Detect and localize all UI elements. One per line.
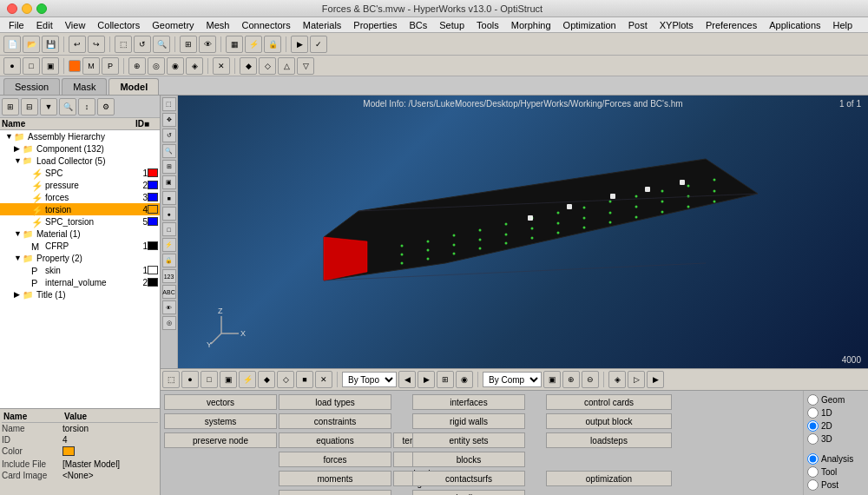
geom-radio-item[interactable]: Geom xyxy=(807,394,865,406)
expander-loadcol[interactable]: ▼ xyxy=(14,156,23,165)
search-button[interactable]: 🔍 xyxy=(59,98,76,116)
topo-select[interactable]: By Topo xyxy=(342,372,397,387)
tree-forces[interactable]: ⚡ forces 3 xyxy=(0,191,160,203)
vp-fit[interactable]: ⊞ xyxy=(437,371,454,388)
bodies-button[interactable]: bodies xyxy=(412,490,525,495)
iso-button[interactable]: ◆ xyxy=(240,57,257,75)
2d-radio[interactable] xyxy=(807,420,819,432)
systems-button[interactable]: systems xyxy=(164,413,277,429)
menu-item-preferences[interactable]: Preferences xyxy=(700,19,762,31)
load-types-button[interactable]: load types xyxy=(279,394,391,410)
menu-item-help[interactable]: Help xyxy=(828,19,858,31)
optimization-button[interactable]: optimization xyxy=(546,471,672,486)
icon-bc[interactable]: 🔒 xyxy=(162,254,176,267)
icon-123[interactable]: 123 xyxy=(162,269,176,283)
prop-button[interactable]: P xyxy=(102,57,119,75)
tree-cfrp[interactable]: M CFRP 1 xyxy=(0,240,160,252)
1d-radio[interactable] xyxy=(807,407,819,419)
vp-all[interactable]: ⊕ xyxy=(562,371,580,388)
comp-select[interactable]: By Comp xyxy=(483,372,542,387)
tree-spc[interactable]: ⚡ SPC 1 xyxy=(0,167,160,179)
geom-radio[interactable] xyxy=(807,394,819,406)
tree-spc-torsion[interactable]: ⚡ SPC_torsion 5 xyxy=(0,215,160,228)
tree-pressure[interactable]: ⚡ pressure 2 xyxy=(0,179,160,191)
tool-radio[interactable] xyxy=(807,466,819,478)
menu-item-xyplots[interactable]: XYPlots xyxy=(654,19,699,31)
view-button[interactable]: 👁 xyxy=(199,36,216,53)
tab-session[interactable]: Session xyxy=(3,78,60,95)
menu-item-setup[interactable]: Setup xyxy=(434,19,470,31)
close-button[interactable] xyxy=(7,3,17,14)
sort-button[interactable]: ↕ xyxy=(78,98,95,116)
vp-render2[interactable]: ▷ xyxy=(628,371,645,388)
tab-model[interactable]: Model xyxy=(108,78,159,95)
save-button[interactable]: 💾 xyxy=(42,36,59,53)
3d-radio[interactable] xyxy=(807,433,819,445)
element-button[interactable]: □ xyxy=(23,57,40,75)
expander-material[interactable]: ▼ xyxy=(14,229,23,238)
analysis-radio[interactable] xyxy=(807,453,819,465)
load-button[interactable]: ⚡ xyxy=(245,36,262,53)
equations-button[interactable]: equations xyxy=(279,432,391,448)
menu-item-mesh[interactable]: Mesh xyxy=(201,19,235,31)
fit-button[interactable]: ⊞ xyxy=(180,36,197,53)
post-radio[interactable] xyxy=(807,479,819,491)
icon-select[interactable]: ⬚ xyxy=(162,97,176,111)
post-radio-item[interactable]: Post xyxy=(807,479,865,491)
icon-move[interactable]: ✥ xyxy=(162,113,176,127)
menu-item-geometry[interactable]: Geometry xyxy=(147,19,199,31)
prop-color-swatch[interactable] xyxy=(62,446,75,456)
filter-button[interactable]: ▼ xyxy=(40,98,57,116)
vectors-button[interactable]: vectors xyxy=(164,394,277,410)
select-button[interactable]: ⬚ xyxy=(115,36,132,53)
top-button[interactable]: ▽ xyxy=(297,57,314,75)
collapse-all-button[interactable]: ⊟ xyxy=(21,98,38,116)
open-button[interactable]: 📂 xyxy=(23,36,40,53)
tree-component[interactable]: ▶ 📁 Component (132) xyxy=(0,142,160,155)
moments-button[interactable]: moments xyxy=(279,471,391,486)
check-button[interactable]: ✓ xyxy=(310,36,327,53)
control-cards-button[interactable]: control cards xyxy=(546,394,672,410)
side-button[interactable]: △ xyxy=(278,57,295,75)
expand-all-button[interactable]: ⊞ xyxy=(2,98,19,116)
vp-elem[interactable]: □ xyxy=(201,371,218,388)
preserve-node-button[interactable]: preserve node xyxy=(164,432,277,448)
delete-button[interactable]: ✕ xyxy=(213,57,230,75)
vp-node[interactable]: ● xyxy=(181,371,199,388)
entity-tree[interactable]: ▼ 📁 Assembly Hierarchy ▶ 📁 Component (13… xyxy=(0,130,160,408)
mesh-button[interactable]: ▦ xyxy=(226,36,243,53)
vp-shaded[interactable]: ■ xyxy=(296,371,313,388)
icon-fit[interactable]: ⊞ xyxy=(162,160,176,174)
menu-item-applications[interactable]: Applications xyxy=(764,19,825,31)
icon-hide[interactable]: 👁 xyxy=(162,300,176,314)
icon-rotate[interactable]: ↺ xyxy=(162,129,176,142)
menu-item-file[interactable]: File xyxy=(3,19,30,31)
run-button[interactable]: ▶ xyxy=(291,36,308,53)
vp-wire[interactable]: ◇ xyxy=(277,371,294,388)
color-button[interactable] xyxy=(69,60,81,72)
rigid-walls-button[interactable]: rigid walls xyxy=(412,413,525,429)
constraints-button[interactable]: constraints xyxy=(279,413,391,429)
display4-button[interactable]: ◈ xyxy=(186,57,203,75)
icon-zoom[interactable]: 🔍 xyxy=(162,144,176,158)
display1-button[interactable]: ⊕ xyxy=(128,57,146,75)
rotate-button[interactable]: ↺ xyxy=(134,36,151,53)
menu-item-edit[interactable]: Edit xyxy=(31,19,58,31)
pressures-button[interactable]: pressures xyxy=(279,490,391,495)
tool-radio-item[interactable]: Tool xyxy=(807,466,865,478)
menu-item-morphing[interactable]: Morphing xyxy=(506,19,556,31)
entity-sets-button[interactable]: entity sets xyxy=(412,432,525,448)
vp-select[interactable]: ⬚ xyxy=(162,371,180,388)
icon-elem[interactable]: □ xyxy=(162,222,176,236)
icon-abc[interactable]: ABC xyxy=(162,285,176,299)
tab-mask[interactable]: Mask xyxy=(62,78,107,95)
menu-item-collectors[interactable]: Collectors xyxy=(92,19,145,31)
vp-render3[interactable]: ▶ xyxy=(647,371,664,388)
undo-button[interactable]: ↩ xyxy=(69,36,86,53)
contactsurfs-button[interactable]: contactsurfs xyxy=(412,471,525,486)
display2-button[interactable]: ◎ xyxy=(148,57,165,75)
vp-render1[interactable]: ◈ xyxy=(608,371,626,388)
menu-item-optimization[interactable]: Optimization xyxy=(558,19,621,31)
vp-next[interactable]: ▶ xyxy=(418,371,435,388)
new-button[interactable]: 📄 xyxy=(3,36,21,53)
